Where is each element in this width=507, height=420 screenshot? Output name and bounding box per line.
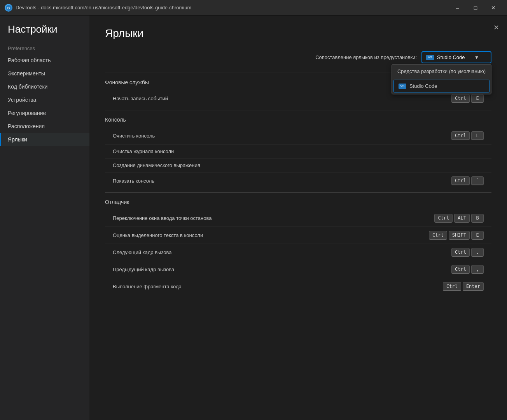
sidebar-item-library-code[interactable]: Код библиотеки bbox=[0, 80, 89, 93]
shortcut-row-breakpoint-toggle: Переключение окна ввода точки останова C… bbox=[105, 210, 491, 227]
key-ctrl: Ctrl bbox=[451, 248, 470, 257]
minimize-button[interactable]: – bbox=[449, 2, 467, 14]
sidebar: Настройки Preferences Рабочая область Эк… bbox=[0, 16, 89, 420]
preset-row: Сопоставление ярлыков из предустановки: … bbox=[105, 51, 491, 63]
shortcut-name: Очистить консоль bbox=[113, 133, 451, 139]
sidebar-item-throttling[interactable]: Регулирование bbox=[0, 106, 89, 120]
key-dot: . bbox=[471, 248, 484, 257]
shortcut-keys: Ctrl E bbox=[451, 94, 484, 103]
window-controls: – □ ✕ bbox=[449, 2, 502, 14]
key-b: B bbox=[471, 214, 484, 223]
shortcut-row-create-expression: Создание динамического выражения bbox=[105, 159, 491, 173]
shortcut-name: Очистка журнала консоли bbox=[113, 148, 484, 154]
sidebar-item-experiments[interactable]: Эксперименты bbox=[0, 67, 89, 80]
close-settings-button[interactable]: ✕ bbox=[493, 23, 499, 32]
shortcut-keys: Ctrl ALT B bbox=[434, 214, 484, 223]
sidebar-item-locations[interactable]: Расположения bbox=[0, 120, 89, 133]
key-e: E bbox=[471, 231, 484, 240]
shortcut-name: Показать консоль bbox=[113, 178, 451, 184]
key-shift: SHIFT bbox=[449, 231, 470, 240]
shortcut-row-clear-console: Очистить консоль Ctrl L bbox=[105, 127, 491, 145]
preset-dropdown[interactable]: VS Studio Code ▼ bbox=[421, 51, 491, 63]
shortcut-name: Переключение окна ввода точки останова bbox=[113, 215, 434, 221]
preset-selected-value: Studio Code bbox=[437, 54, 465, 60]
key-l: L bbox=[471, 131, 484, 140]
shortcut-keys: Ctrl . bbox=[451, 248, 484, 257]
shortcut-name: Создание динамического выражения bbox=[113, 162, 484, 168]
preset-label: Сопоставление ярлыков из предустановки: bbox=[315, 54, 417, 60]
sidebar-section-preferences: Preferences bbox=[0, 43, 89, 54]
app-container: Настройки Preferences Рабочая область Эк… bbox=[0, 16, 507, 420]
shortcut-keys: Ctrl SHIFT E bbox=[429, 231, 484, 240]
shortcut-keys: Ctrl Enter bbox=[443, 282, 484, 291]
key-ctrl: Ctrl bbox=[443, 282, 461, 291]
section-console: Консоль Очистить консоль Ctrl L Очистка … bbox=[105, 110, 491, 189]
shortcut-row-show-console: Показать консоль Ctrl ` bbox=[105, 173, 491, 189]
key-ctrl: Ctrl bbox=[451, 265, 470, 274]
shortcut-row-clear-log: Очистка журнала консоли bbox=[105, 145, 491, 159]
preset-dropdown-menu: Средства разработки (по умолчанию) VS St… bbox=[392, 64, 491, 94]
shortcut-name: Начать запись событий bbox=[113, 96, 451, 101]
sidebar-item-devices[interactable]: Устройства bbox=[0, 93, 89, 106]
key-comma: , bbox=[471, 265, 484, 274]
key-backtick: ` bbox=[471, 176, 484, 185]
shortcut-row-prev-frame: Предыдущий кадр вызова Ctrl , bbox=[105, 261, 491, 278]
shortcut-name: Выполнение фрагмента кода bbox=[113, 284, 443, 289]
key-ctrl: Ctrl bbox=[429, 231, 447, 240]
vscode-icon-small: VS bbox=[399, 84, 406, 89]
title-bar: D DevTools - docs.microsoft.com/en-us/mi… bbox=[0, 0, 507, 16]
key-e: E bbox=[471, 94, 484, 103]
shortcut-row-eval-selection: Оценка выделенного текста в консоли Ctrl… bbox=[105, 227, 491, 244]
app-icon: D bbox=[5, 4, 12, 12]
chevron-down-icon: ▼ bbox=[474, 55, 479, 60]
shortcut-name: Предыдущий кадр вызова bbox=[113, 267, 451, 272]
dropdown-item-vscode[interactable]: VS Studio Code bbox=[393, 80, 490, 92]
section-title-console: Консоль bbox=[105, 117, 491, 123]
shortcut-keys: Ctrl L bbox=[451, 131, 484, 140]
shortcut-keys: Ctrl , bbox=[451, 265, 484, 274]
window-title: DevTools - docs.microsoft.com/en-us/micr… bbox=[16, 5, 446, 10]
key-ctrl: Ctrl bbox=[434, 214, 453, 223]
main-content: ✕ Ярлыки Сопоставление ярлыков из предус… bbox=[89, 16, 507, 420]
maximize-button[interactable]: □ bbox=[467, 2, 484, 14]
settings-title: Настройки bbox=[0, 23, 89, 43]
key-ctrl: Ctrl bbox=[451, 131, 470, 140]
shortcut-name: Следующий кадр вызова bbox=[113, 249, 451, 255]
shortcut-row-next-frame: Следующий кадр вызова Ctrl . bbox=[105, 244, 491, 261]
sidebar-item-workspace[interactable]: Рабочая область bbox=[0, 54, 89, 67]
sidebar-item-shortcuts[interactable]: Ярлыки bbox=[0, 133, 89, 146]
vscode-icon: VS bbox=[426, 55, 434, 60]
key-ctrl: Ctrl bbox=[451, 94, 470, 103]
section-debugger: Отладчик Переключение окна ввода точки о… bbox=[105, 192, 491, 295]
key-enter: Enter bbox=[463, 282, 484, 291]
section-title-debugger: Отладчик bbox=[105, 199, 491, 205]
shortcut-keys: Ctrl ` bbox=[451, 176, 484, 185]
shortcut-row-run-snippet: Выполнение фрагмента кода Ctrl Enter bbox=[105, 278, 491, 295]
key-alt: ALT bbox=[454, 214, 470, 223]
shortcut-name: Оценка выделенного текста в консоли bbox=[113, 232, 429, 238]
svg-text:D: D bbox=[7, 6, 10, 10]
dropdown-item-devtools[interactable]: Средства разработки (по умолчанию) bbox=[392, 64, 491, 78]
close-window-button[interactable]: ✕ bbox=[484, 2, 502, 14]
key-ctrl: Ctrl bbox=[451, 176, 470, 185]
page-title: Ярлыки bbox=[105, 27, 491, 40]
